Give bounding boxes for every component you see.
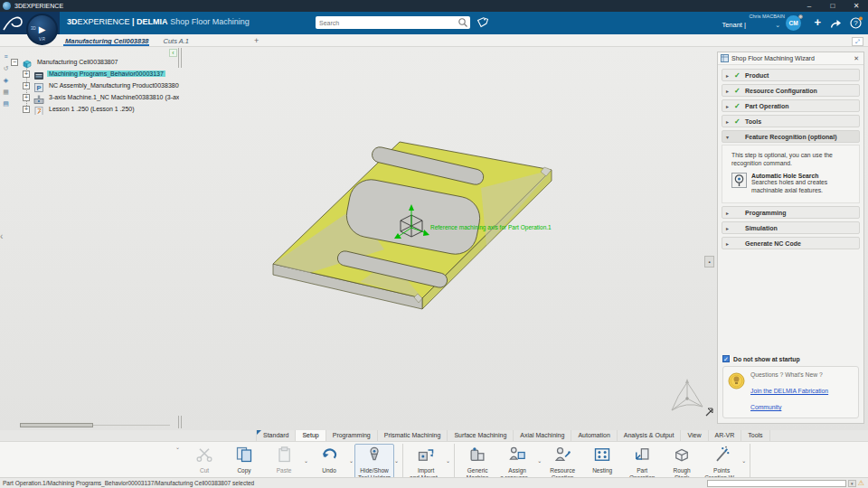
expand-box-icon[interactable]: + [23,94,30,101]
close-icon[interactable]: ✕ [844,0,868,12]
points-creation-icon [712,446,731,464]
pinned-corner-icon [257,430,261,435]
expand-box-icon[interactable]: + [23,70,30,78]
new-tab-button[interactable]: + [249,34,265,46]
wizard-section-programming[interactable]: ▸Programming [722,206,860,219]
maximize-icon[interactable]: □ [821,0,844,12]
ribbon-tab-programming[interactable]: Programming [326,430,378,441]
ribbon-collapse-icon[interactable]: ⌄ [175,444,180,450]
automatic-hole-search-icon[interactable] [731,173,747,188]
undo-button[interactable]: Undo [309,444,349,475]
dropdown-chevron-icon[interactable]: ⌄ [446,457,450,464]
resize-corner-icon[interactable] [704,407,715,418]
horizontal-scrollbar[interactable] [20,423,170,427]
chevron-right-icon: ▸ [726,103,734,109]
wizard-section-part-operation[interactable]: ▸✓Part Operation [722,99,860,112]
community-link[interactable]: Join the DELMIA Fabrication Community [750,388,828,410]
add-content-icon[interactable]: + [814,15,821,29]
chevron-right-icon: ▸ [726,118,734,125]
share-icon[interactable] [829,16,843,30]
ribbon-tab-tools[interactable]: Tools [741,430,769,441]
expand-window-icon[interactable]: ⤢ [852,37,863,46]
do-not-show-checkbox[interactable]: ✓ [722,355,730,362]
ribbon-tab-ar-vr[interactable]: AR-VR [709,430,742,441]
left-panel-collapse-icon[interactable]: ‹ [0,231,3,241]
tree-item-label[interactable]: NC Assembly_Manufacturing Product0038380… [47,82,179,89]
ribbon-tab-analysis-output[interactable]: Analysis & Output [618,430,682,441]
status-bar: Part Operation.1/Machining Programs_Beha… [0,477,868,488]
ribbon-tab-axial-machining[interactable]: Axial Machining [514,430,571,441]
search-input[interactable] [316,20,458,26]
tree-item-label[interactable]: 3-axis Machine.1_NC Machine00383810 (3-a… [47,94,179,100]
nesting-button[interactable]: Nesting [582,444,622,475]
wizard-section-generate-nc-code[interactable]: ▸Generate NC Code [722,237,860,249]
dropdown-chevron-icon[interactable]: ⌄ [741,457,746,464]
wizard-section-resource-configuration[interactable]: ▸✓Resource Configuration [722,84,860,97]
ribbon-tab-standard[interactable]: Standard [256,430,296,441]
machined-part-3d[interactable]: Reference machining axis for Part Operat… [253,127,570,316]
document-tab-bar: Manufacturing Cell003838Cuts A.1 + ⤢ [0,34,868,47]
lamp-icon [728,372,745,389]
copy-button[interactable]: Copy [224,444,264,475]
wizard-section-feature-recognition-optional[interactable]: ▾Feature Recognition (optional) [722,130,860,143]
dropdown-chevron-icon[interactable]: ⌄ [394,457,399,464]
ribbon-tab-prismatic-machining[interactable]: Prismatic Machining [378,430,448,441]
compass-badge[interactable]: ▶ 3D V.R [26,14,58,45]
document-tab-manufacturing-cell003838[interactable]: Manufacturing Cell003838 [63,34,162,46]
history-icon[interactable]: ↺ [4,64,9,72]
selection-status-text: Part Operation.1/Machining Programs_Beha… [0,480,707,486]
list-icon[interactable]: ▤ [3,99,9,108]
ribbon-tab-setup[interactable]: Setup [296,430,326,441]
alert-icon[interactable]: ⚠ [858,480,864,487]
window-title: 3DEXPERIENCE [14,3,63,9]
ds-swoosh-icon [0,12,25,33]
viewport-handle-icon[interactable]: ▪ [704,256,714,267]
paste-button[interactable]: Paste [264,444,304,475]
model-tree-icon[interactable]: ≡ [4,52,7,61]
ribbon-tab-surface-machining[interactable]: Surface Machining [448,430,514,441]
command-input[interactable] [707,480,846,487]
title-bar: 3DEXPERIENCE – □ ✕ [0,0,868,12]
program-icon [33,69,44,80]
nesting-icon [593,446,611,464]
chevron-down-icon[interactable]: ⌄ [775,22,780,29]
machine-icon [33,92,44,103]
brand-title: 3DEXPERIENCE | DELMIA Shop Floor Machini… [67,17,250,26]
layers-icon[interactable]: ▦ [3,88,9,96]
scrollbar-thumb[interactable] [20,423,93,427]
avatar-status-badge [798,14,803,19]
search-icon[interactable] [458,17,468,28]
tree-item-label[interactable]: Machining Programs_Behavior00003137 [47,70,165,77]
tree-row: +3-axis Machine.1_NC Machine00383810 (3-… [11,91,179,103]
lesson-icon [33,104,44,115]
dropdown-chevron-icon[interactable]: ⌄ [349,457,354,464]
dropdown-chevron-icon[interactable]: ⌄ [537,457,542,464]
undo-icon [320,446,338,464]
tree-root-label[interactable]: Manufacturing Cell00383807 [35,59,120,65]
collapse-box-icon[interactable]: − [11,59,18,66]
automatic-hole-search-title[interactable]: Automatic Hole Search [751,173,854,179]
tag-icon[interactable] [476,16,488,29]
chevron-right-icon: ▸ [726,210,734,216]
tree-splitter-bottom[interactable] [178,416,182,428]
minimize-icon[interactable]: – [797,0,821,12]
ribbon-tab-view[interactable]: View [681,430,708,441]
expand-box-icon[interactable]: + [23,82,30,89]
dropdown-chevron-icon[interactable]: ⌄ [304,457,308,464]
group-separator [454,444,455,480]
tree-item-label[interactable]: Lesson 1 .250 (Lesson 1 .250) [47,106,137,112]
viewport[interactable]: Reference machining axis for Part Operat… [0,47,868,430]
cut-button[interactable]: Cut [184,444,224,475]
document-tab-cuts-a-1[interactable]: Cuts A.1 [162,34,249,46]
expand-box-icon[interactable]: + [23,106,30,113]
wizard-section-product[interactable]: ▸✓Product [722,69,860,81]
ribbon-tab-automation[interactable]: Automation [571,430,617,441]
feature-intro-text: This step is optional, you can use the r… [731,151,854,167]
help-icon[interactable]: ? [849,15,863,30]
wizard-section-simulation[interactable]: ▸Simulation [722,221,860,234]
compass-icon[interactable]: ◈ [4,76,8,84]
wizard-section-tools[interactable]: ▸✓Tools [722,115,860,127]
resource-creation-icon [553,446,571,464]
status-options-icon[interactable]: ▾ [848,480,856,487]
wizard-close-icon[interactable]: ✕ [852,55,861,62]
